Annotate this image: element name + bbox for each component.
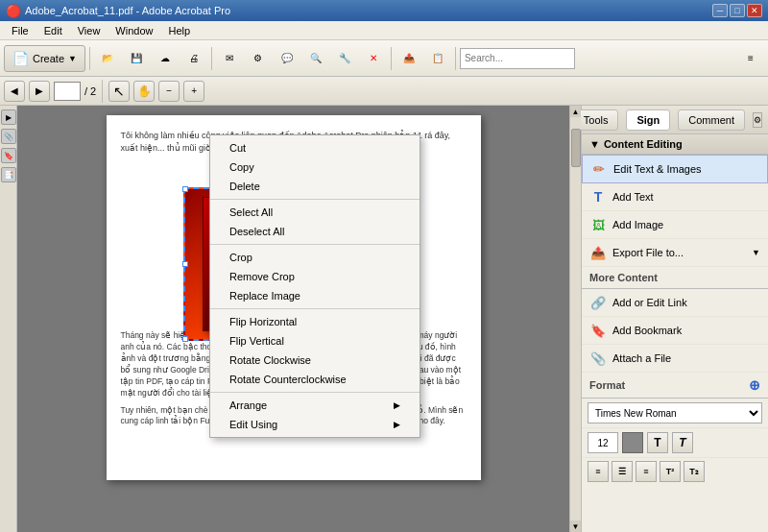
extract-button[interactable]: 📋: [424, 44, 451, 73]
add-bookmark-label: Add Bookmark: [612, 325, 682, 336]
search-area: [460, 48, 735, 69]
menu-view[interactable]: View: [70, 23, 108, 38]
add-edit-link-button[interactable]: 🔗 Add or Edit Link: [582, 289, 768, 317]
scroll-thumb[interactable]: [571, 129, 581, 167]
menu-help[interactable]: Help: [160, 23, 198, 38]
tab-comment[interactable]: Comment: [678, 109, 745, 131]
font-size-row: T T: [582, 428, 768, 458]
format-add-icon[interactable]: ⊕: [749, 377, 760, 393]
save-button[interactable]: 💾: [123, 44, 150, 73]
ctx-crop[interactable]: Crop: [210, 248, 420, 267]
ctx-flip-v[interactable]: Flip Vertical: [210, 331, 420, 351]
italic-button[interactable]: T: [672, 432, 693, 453]
close-doc-button[interactable]: ✕: [360, 44, 387, 73]
export-file-label: Export File to...: [612, 247, 684, 258]
select-tool[interactable]: ↖: [108, 81, 130, 102]
comment-button[interactable]: 💬: [274, 44, 300, 73]
superscript-button[interactable]: T²: [660, 461, 681, 482]
pdf-scrollbar[interactable]: ▲ ▼: [569, 106, 581, 532]
toolbar: 📄 Create ▼ 📂 💾 ☁ 🖨 ✉ ⚙ 💬 🔍 🔧 ✕ 📤 📋 ≡: [0, 40, 768, 77]
next-page-button[interactable]: ▶: [29, 81, 50, 102]
edit-text-images-label: Edit Text & Images: [613, 163, 702, 175]
right-panel: Tools Sign Comment ⚙ ▼ Content Editing ✏…: [581, 106, 768, 532]
add-text-label: Add Text: [612, 191, 654, 203]
page-number-input[interactable]: 1: [54, 82, 81, 101]
handle-tl: [182, 186, 188, 192]
edit-button[interactable]: ✉: [216, 44, 243, 73]
font-color-box[interactable]: [622, 432, 643, 453]
panel-settings-icon[interactable]: ⚙: [753, 112, 762, 128]
font-size-input[interactable]: [588, 432, 618, 453]
add-image-button[interactable]: 🖼 Add Image: [582, 211, 768, 239]
format-label: Format: [589, 379, 625, 391]
tools-button[interactable]: 🔧: [331, 44, 358, 73]
ctx-edit-using[interactable]: Edit Using ▶: [210, 415, 420, 434]
more-content-title: More Content: [582, 267, 768, 289]
toolbar-separator-2: [211, 47, 212, 70]
window-title: Adobe_Acrobat_11.pdf - Adobe Acrobat Pro: [25, 5, 230, 16]
align-right-button[interactable]: ≡: [636, 461, 657, 482]
settings-button[interactable]: ⚙: [245, 44, 272, 73]
handle-bl: [182, 336, 188, 342]
add-bookmark-button[interactable]: 🔖 Add Bookmark: [582, 317, 768, 345]
export-button[interactable]: 📤: [396, 44, 422, 73]
ctx-select-all[interactable]: Select All: [210, 203, 420, 222]
ctx-remove-crop[interactable]: Remove Crop: [210, 267, 420, 286]
ctx-sep-1: [210, 199, 420, 200]
attach-file-button[interactable]: 📎 Attach a File: [582, 345, 768, 373]
left-panel-icon-4[interactable]: 📑: [1, 167, 16, 182]
ctx-rotate-cw[interactable]: Rotate Clockwise: [210, 351, 420, 370]
nav-bar: ◀ ▶ 1 / 2 ↖ ✋ − +: [0, 77, 768, 106]
font-select[interactable]: Times New Roman: [588, 402, 762, 423]
left-panel: ▶ 📎 🔖 📑: [0, 106, 17, 532]
menu-edit[interactable]: Edit: [36, 23, 70, 38]
align-center-button[interactable]: ☰: [612, 461, 633, 482]
menu-window[interactable]: Window: [108, 23, 160, 38]
ctx-arrange[interactable]: Arrange ▶: [210, 396, 420, 415]
export-file-button[interactable]: 📤 Export File to... ▼: [582, 239, 768, 267]
scroll-down[interactable]: ▼: [570, 520, 582, 532]
menu-file[interactable]: File: [4, 23, 36, 38]
menu-bar: File Edit View Window Help: [0, 21, 768, 40]
left-panel-icon-2[interactable]: 📎: [1, 129, 16, 144]
ctx-copy[interactable]: Copy: [210, 157, 420, 177]
share-button[interactable]: ☁: [152, 44, 179, 73]
toolbar-separator-3: [391, 47, 392, 70]
toolbar-separator-1: [89, 47, 90, 70]
prev-page-button[interactable]: ◀: [4, 81, 25, 102]
zoom-in-button[interactable]: +: [183, 81, 204, 102]
export-dropdown-arrow: ▼: [752, 248, 760, 257]
print-button[interactable]: 🖨: [180, 44, 207, 73]
tab-sign[interactable]: Sign: [626, 109, 670, 131]
restore-button[interactable]: □: [730, 4, 745, 17]
left-panel-icon-1[interactable]: ▶: [1, 109, 16, 125]
ctx-deselect-all[interactable]: Deselect All: [210, 222, 420, 241]
ctx-rotate-ccw[interactable]: Rotate Counterclockwise: [210, 370, 420, 389]
ctx-flip-h[interactable]: Flip Horizontal: [210, 312, 420, 331]
toolbar-separator-4: [455, 47, 456, 70]
subscript-button[interactable]: T₂: [684, 461, 705, 482]
left-panel-icon-3[interactable]: 🔖: [1, 148, 16, 163]
create-button[interactable]: 📄 Create ▼: [4, 45, 85, 72]
page-total: / 2: [84, 85, 96, 97]
bold-button[interactable]: T: [647, 432, 668, 453]
format-title: Format ⊕: [582, 373, 768, 399]
more-tools-button[interactable]: ≡: [737, 44, 764, 73]
hand-tool[interactable]: ✋: [133, 81, 155, 102]
close-button[interactable]: ✕: [747, 4, 762, 17]
edit-text-images-button[interactable]: ✏ Edit Text & Images: [582, 155, 768, 183]
zoom-out-button[interactable]: −: [158, 81, 180, 102]
scroll-up[interactable]: ▲: [570, 106, 582, 117]
attach-icon: 📎: [589, 350, 607, 367]
export-icon: 📤: [589, 244, 607, 261]
ctx-cut[interactable]: Cut: [210, 138, 420, 157]
align-left-button[interactable]: ≡: [588, 461, 609, 482]
search-button[interactable]: 🔍: [302, 44, 329, 73]
handle-ml: [182, 261, 188, 267]
ctx-delete[interactable]: Delete: [210, 177, 420, 196]
minimize-button[interactable]: ─: [712, 4, 728, 17]
ctx-replace-image[interactable]: Replace Image: [210, 286, 420, 305]
open-button[interactable]: 📂: [94, 44, 121, 73]
add-text-button[interactable]: T Add Text: [582, 183, 768, 211]
search-input[interactable]: [460, 48, 575, 69]
